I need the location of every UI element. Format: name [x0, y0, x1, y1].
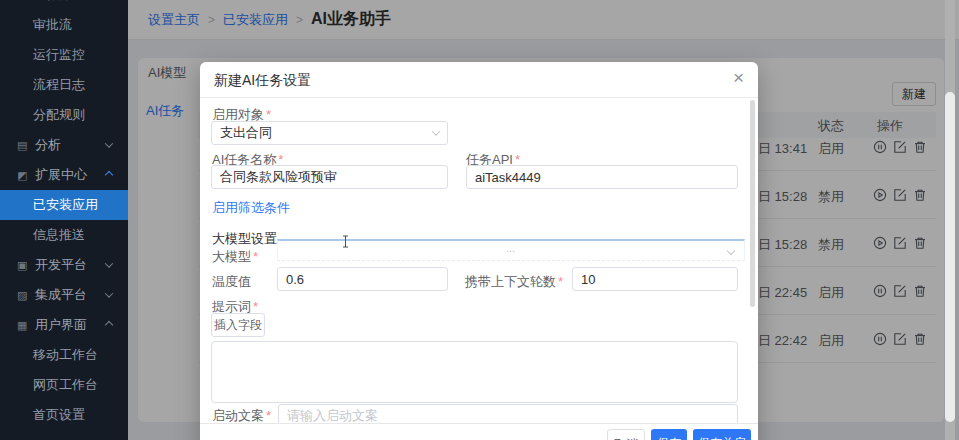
task-name-input[interactable]: [211, 165, 448, 189]
temperature-label: 温度值: [212, 273, 251, 291]
chevron-up-icon: [105, 171, 113, 179]
sidebar-item-message-push[interactable]: 信息推送: [0, 220, 128, 250]
sidebar-item-mobile-workbench[interactable]: 移动工作台: [0, 340, 128, 370]
temperature-input[interactable]: [277, 267, 448, 291]
enable-target-value: 支出合同: [220, 124, 272, 142]
insert-field-button[interactable]: 插入字段: [211, 313, 265, 337]
new-ai-task-dialog: 新建AI任务设置 × 启用对象* 支出合同 AI任务名称* 任务API* 启用筛…: [200, 62, 758, 440]
dialog-title: 新建AI任务设置: [214, 72, 311, 90]
enable-target-select[interactable]: 支出合同: [211, 121, 448, 145]
close-icon[interactable]: ×: [733, 68, 744, 87]
app-screen: 工作流 审批流 运行监控 流程日志 分配规则 ▤ 分析 ◩ 扩展中心 已安装应用…: [0, 0, 959, 440]
dialog-footer: 取消 保存 保存并启用: [200, 423, 758, 440]
user-interface-icon: ▦: [17, 320, 29, 331]
sidebar-item-web-workbench[interactable]: 网页工作台: [0, 370, 128, 400]
model-label: 大模型*: [212, 248, 258, 266]
prompt-textarea[interactable]: [211, 341, 738, 403]
context-rounds-label: 携带上下文轮数*: [465, 273, 563, 291]
sidebar-item-integration-platform[interactable]: ▨ 集成平台: [0, 280, 128, 310]
chevron-down-icon: [105, 289, 113, 297]
enable-filter-link[interactable]: 启用筛选条件: [212, 199, 290, 217]
dev-platform-icon: ▣: [17, 260, 29, 271]
chevron-down-icon: [105, 259, 113, 267]
sidebar-item-assign-rules[interactable]: 分配规则: [0, 100, 128, 130]
sidebar-item-approval-flow[interactable]: 审批流: [0, 10, 128, 40]
chevron-down-icon: [727, 247, 735, 255]
scrollbar-thumb[interactable]: [945, 92, 955, 422]
sidebar-item-workflow-clipped[interactable]: 工作流: [0, 0, 128, 10]
chevron-down-icon: [432, 127, 440, 135]
analysis-icon: ▤: [17, 140, 29, 151]
page-scrollbar[interactable]: [945, 0, 955, 440]
chevron-up-icon: [105, 321, 113, 329]
context-rounds-input[interactable]: [572, 267, 738, 291]
dialog-scrollbar[interactable]: [750, 100, 755, 307]
task-api-input[interactable]: [466, 165, 738, 189]
model-section-label: 大模型设置: [212, 230, 277, 248]
dialog-header: 新建AI任务设置 ×: [200, 62, 758, 98]
sidebar: 工作流 审批流 运行监控 流程日志 分配规则 ▤ 分析 ◩ 扩展中心 已安装应用…: [0, 0, 128, 440]
sidebar-item-user-interface[interactable]: ▦ 用户界面: [0, 310, 128, 340]
start-text-input[interactable]: [278, 404, 738, 423]
sidebar-item-analysis[interactable]: ▤ 分析: [0, 130, 128, 160]
model-select-value: ⋯: [506, 246, 516, 256]
sidebar-item-extension-center[interactable]: ◩ 扩展中心: [0, 160, 128, 190]
integration-platform-icon: ▨: [17, 290, 29, 301]
sidebar-item-dev-platform[interactable]: ▣ 开发平台: [0, 250, 128, 280]
sidebar-item-home-settings[interactable]: 首页设置: [0, 400, 128, 430]
sidebar-item-process-log[interactable]: 流程日志: [0, 70, 128, 100]
text-cursor-icon: [341, 235, 350, 248]
sidebar-item-installed-apps[interactable]: 已安装应用: [0, 190, 128, 220]
chevron-down-icon: [105, 139, 113, 147]
extension-icon: ◩: [17, 170, 29, 181]
save-button[interactable]: 保存: [651, 429, 687, 440]
save-and-enable-button[interactable]: 保存并启用: [693, 429, 751, 440]
sidebar-item-run-monitor[interactable]: 运行监控: [0, 40, 128, 70]
cancel-button[interactable]: 取消: [607, 429, 645, 440]
